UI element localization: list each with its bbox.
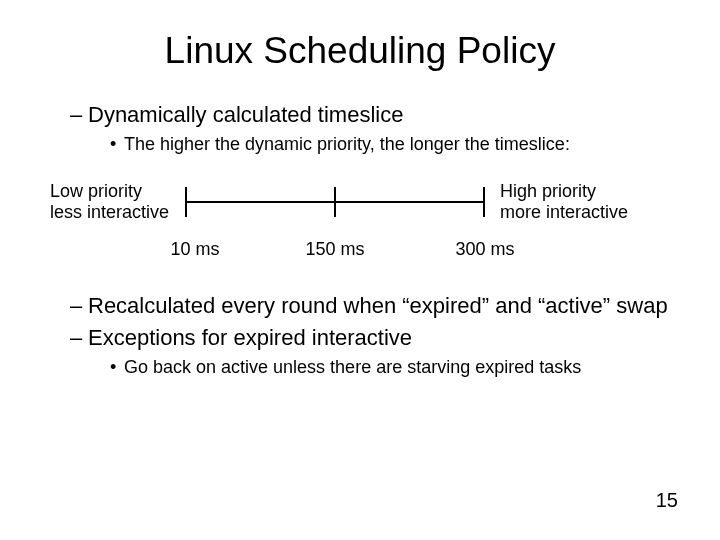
dot-icon: • <box>110 134 124 155</box>
low-priority-label: Low priority less interactive <box>50 181 169 222</box>
bullet-text: Dynamically calculated timeslice <box>88 102 403 127</box>
tick-150ms: 150 ms <box>300 239 370 260</box>
bullet-text: Go back on active unless there are starv… <box>124 357 581 377</box>
dash-icon: – <box>70 102 88 128</box>
bullet-exceptions: –Exceptions for expired interactive <box>70 325 670 351</box>
bullet-dynamic-timeslice: –Dynamically calculated timeslice <box>70 102 670 128</box>
label-line1: High priority <box>500 181 596 201</box>
bullet-recalculated: –Recalculated every round when “expired”… <box>70 293 670 319</box>
page-number: 15 <box>656 489 678 512</box>
axis-icon <box>185 185 485 219</box>
tick-300ms: 300 ms <box>450 239 520 260</box>
bullet-text: Recalculated every round when “expired” … <box>88 293 668 318</box>
label-line2: more interactive <box>500 202 628 222</box>
dot-icon: • <box>110 357 124 378</box>
timeslice-diagram: Low priority less interactive High prior… <box>50 173 670 283</box>
subbullet-higher-priority: •The higher the dynamic priority, the lo… <box>110 134 670 155</box>
label-line2: less interactive <box>50 202 169 222</box>
label-line1: Low priority <box>50 181 142 201</box>
bullet-text: The higher the dynamic priority, the lon… <box>124 134 570 154</box>
tick-10ms: 10 ms <box>165 239 225 260</box>
high-priority-label: High priority more interactive <box>500 181 628 222</box>
bullet-text: Exceptions for expired interactive <box>88 325 412 350</box>
dash-icon: – <box>70 325 88 351</box>
dash-icon: – <box>70 293 88 319</box>
subbullet-go-back-active: •Go back on active unless there are star… <box>110 357 670 378</box>
slide: Linux Scheduling Policy –Dynamically cal… <box>0 0 720 540</box>
slide-title: Linux Scheduling Policy <box>50 30 670 72</box>
